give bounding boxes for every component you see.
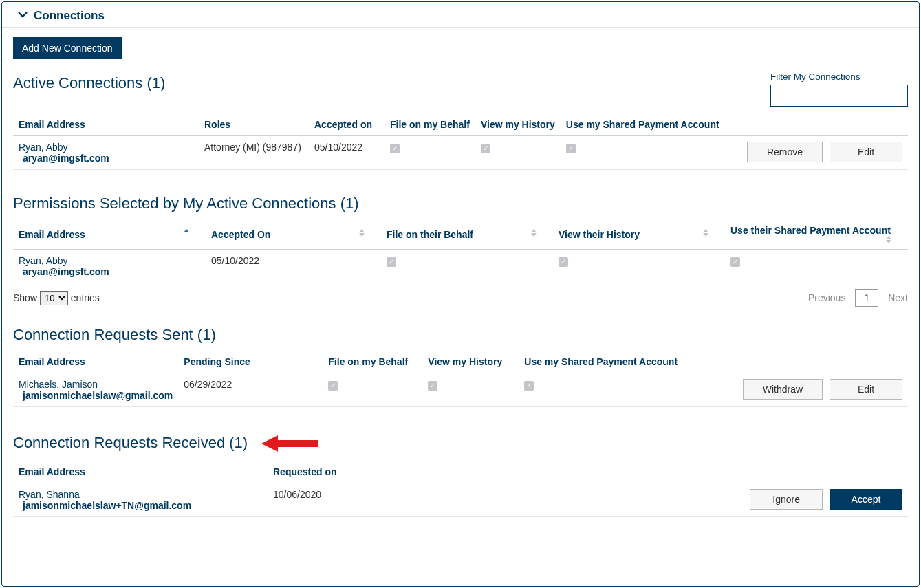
checkbox-disabled-icon: ✓ bbox=[481, 144, 490, 153]
table-row: Ryan, Abby aryan@imgsft.com 05/10/2022 ✓… bbox=[13, 250, 908, 283]
checkbox-disabled-icon: ✓ bbox=[428, 381, 437, 391]
sort-icon bbox=[703, 229, 708, 237]
col-email: Email Address bbox=[13, 351, 178, 373]
cell-roles: Attorney (MI) (987987) bbox=[199, 136, 309, 170]
col-payment[interactable]: Use their Shared Payment Account bbox=[725, 219, 908, 250]
sort-icon bbox=[359, 229, 365, 237]
checkbox-disabled-icon: ✓ bbox=[730, 257, 740, 267]
cell-email: Ryan, Shanna jamisonmichaelslaw+TN@gmail… bbox=[13, 483, 268, 517]
col-accepted[interactable]: Accepted On bbox=[206, 219, 381, 250]
table-row: Michaels, Jamison jamisonmichaelslaw@gma… bbox=[13, 373, 908, 407]
contact-email: aryan@imgsft.com bbox=[19, 266, 200, 277]
cell-file: ✓ bbox=[381, 250, 553, 283]
filter-my-connections: Filter My Connections bbox=[770, 72, 908, 107]
chevron-down-icon bbox=[17, 10, 28, 22]
checkbox-disabled-icon: ✓ bbox=[559, 257, 568, 267]
checkbox-disabled-icon: ✓ bbox=[328, 381, 338, 391]
permissions-heading: Permissions Selected by My Active Connec… bbox=[13, 195, 908, 213]
panel-title: Connections bbox=[34, 9, 105, 23]
cell-history: ✓ bbox=[422, 373, 519, 407]
checkbox-disabled-icon: ✓ bbox=[566, 144, 576, 153]
cell-actions: Withdraw Edit bbox=[733, 373, 908, 407]
cell-file: ✓ bbox=[323, 373, 422, 407]
contact-email: jamisonmichaelslaw+TN@gmail.com bbox=[19, 500, 262, 511]
cell-payment: ✓ bbox=[725, 250, 908, 283]
col-email: Email Address bbox=[13, 113, 199, 136]
checkbox-disabled-icon: ✓ bbox=[390, 144, 400, 153]
contact-email: aryan@imgsft.com bbox=[19, 153, 193, 164]
cell-accepted: 05/10/2022 bbox=[206, 250, 381, 283]
contact-name: Michaels, Jamison bbox=[19, 379, 173, 390]
cell-pending: 06/29/2022 bbox=[178, 373, 323, 407]
ignore-button[interactable]: Ignore bbox=[750, 489, 823, 510]
requests-sent-heading: Connection Requests Sent (1) bbox=[13, 326, 908, 344]
cell-email: Michaels, Jamison jamisonmichaelslaw@gma… bbox=[13, 373, 178, 407]
accept-button[interactable]: Accept bbox=[830, 489, 902, 510]
edit-button[interactable]: Edit bbox=[830, 142, 902, 162]
permissions-table: Email Address Accepted On File on their … bbox=[13, 219, 908, 283]
table-row: Ryan, Abby aryan@imgsft.com Attorney (MI… bbox=[13, 136, 908, 170]
cell-history: ✓ bbox=[553, 250, 725, 283]
table-row: Ryan, Shanna jamisonmichaelslaw+TN@gmail… bbox=[13, 483, 908, 517]
col-payment: Use my Shared Payment Account bbox=[561, 113, 737, 136]
checkbox-disabled-icon: ✓ bbox=[524, 381, 534, 391]
cell-payment: ✓ bbox=[519, 373, 733, 407]
cell-email: Ryan, Abby aryan@imgsft.com bbox=[13, 250, 206, 283]
cell-actions: Remove Edit bbox=[737, 136, 908, 170]
cell-actions: Ignore Accept bbox=[740, 483, 908, 517]
remove-button[interactable]: Remove bbox=[747, 142, 823, 162]
pager-page-current[interactable]: 1 bbox=[855, 289, 878, 307]
col-pending: Pending Since bbox=[178, 351, 323, 373]
pager: Show 10 entries Previous 1 Next bbox=[13, 289, 908, 307]
col-roles: Roles bbox=[199, 113, 309, 136]
sort-asc-icon bbox=[184, 229, 189, 233]
contact-name: Ryan, Abby bbox=[19, 255, 200, 266]
sort-icon bbox=[886, 236, 891, 243]
svg-marker-0 bbox=[261, 435, 318, 452]
filter-label: Filter My Connections bbox=[770, 72, 908, 82]
pager-next[interactable]: Next bbox=[888, 292, 908, 303]
cell-history: ✓ bbox=[475, 136, 561, 170]
edit-button[interactable]: Edit bbox=[830, 379, 902, 400]
cell-accepted: 05/10/2022 bbox=[309, 136, 384, 170]
col-history: View my History bbox=[475, 113, 561, 136]
requests-sent-table: Email Address Pending Since File on my B… bbox=[13, 351, 908, 407]
contact-name: Ryan, Shanna bbox=[19, 489, 262, 500]
col-accepted: Accepted on bbox=[309, 113, 384, 136]
contact-email: jamisonmichaelslaw@gmail.com bbox=[19, 390, 173, 401]
panel-header[interactable]: Connections bbox=[2, 2, 919, 28]
checkbox-disabled-icon: ✓ bbox=[387, 257, 396, 267]
cell-requested: 10/06/2020 bbox=[268, 483, 740, 517]
withdraw-button[interactable]: Withdraw bbox=[743, 379, 823, 400]
cell-email: Ryan, Abby aryan@imgsft.com bbox=[13, 136, 199, 170]
col-file[interactable]: File on their Behalf bbox=[381, 219, 553, 250]
requests-received-table: Email Address Requested on Ryan, Shanna … bbox=[13, 461, 908, 517]
pager-previous[interactable]: Previous bbox=[808, 292, 845, 303]
cell-file: ✓ bbox=[384, 136, 475, 170]
requests-received-heading: Connection Requests Received (1) bbox=[13, 433, 908, 454]
sort-icon bbox=[531, 229, 537, 237]
active-connections-table: Email Address Roles Accepted on File on … bbox=[13, 113, 908, 170]
col-file: File on my Behalf bbox=[384, 113, 475, 136]
arrow-left-icon bbox=[261, 433, 316, 454]
col-history[interactable]: View their History bbox=[553, 219, 725, 250]
col-payment: Use my Shared Payment Account bbox=[519, 351, 733, 373]
page-size-select[interactable]: 10 bbox=[40, 291, 68, 305]
col-history: View my History bbox=[422, 351, 519, 373]
contact-name: Ryan, Abby bbox=[19, 142, 193, 153]
col-email: Email Address bbox=[13, 461, 268, 483]
filter-input[interactable] bbox=[770, 85, 908, 107]
col-requested: Requested on bbox=[268, 461, 740, 483]
pager-length: Show 10 entries bbox=[13, 291, 100, 305]
connections-panel: Connections Add New Connection Filter My… bbox=[1, 1, 920, 587]
col-file: File on my Behalf bbox=[323, 351, 422, 373]
add-new-connection-button[interactable]: Add New Connection bbox=[13, 37, 122, 59]
cell-payment: ✓ bbox=[561, 136, 737, 170]
col-email[interactable]: Email Address bbox=[13, 219, 206, 250]
